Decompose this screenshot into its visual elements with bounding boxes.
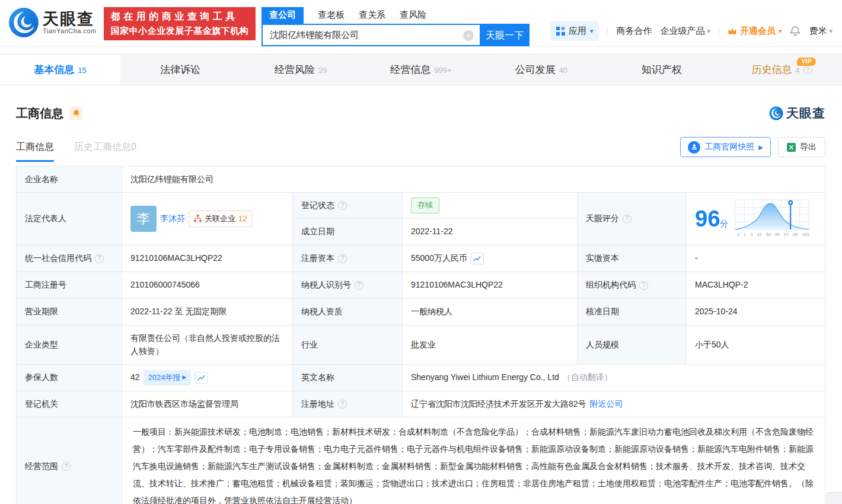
subscribe-bell-icon[interactable] [69, 107, 82, 120]
watermark-text: 天眼查 [786, 105, 825, 122]
excel-icon [787, 143, 796, 152]
table-row: 企业名称 沈阳亿纬锂能有限公司 [17, 167, 825, 193]
brand-name: 天眼查 [43, 11, 97, 27]
related-companies-badge[interactable]: 关联企业 12 [189, 210, 252, 227]
tab-label: 知识产权 [642, 63, 682, 76]
tianyan-score-cell[interactable]: 96分 [687, 193, 825, 245]
tab-operating-risk[interactable]: 经营风险 29 [241, 55, 361, 85]
business-scope-label: 经营范围 [25, 460, 58, 473]
help-icon[interactable]: ? [803, 65, 812, 74]
credit-code-value: 91210106MAC3LHQP22 [122, 245, 293, 272]
score-label: 天眼评分 [586, 212, 619, 225]
nav-apps[interactable]: 应用 ▾ [550, 21, 599, 41]
english-name-label: 英文名称 [293, 365, 403, 391]
table-row: 企业类型 有限责任公司（非自然人投资或控股的法人独资） 行业 批发业 人员规模 … [17, 326, 825, 365]
nav-enterprise-products[interactable]: 企业级产品 ▾ [660, 25, 710, 37]
tab-count: 29 [318, 66, 327, 75]
help-icon[interactable]: ? [355, 281, 363, 290]
taxpayer-quality-value: 一般纳税人 [403, 299, 578, 325]
establish-date-value: 2022-11-22 [403, 219, 578, 245]
search-tab-company[interactable]: 查公司 [261, 7, 304, 24]
username: 费米 [809, 25, 827, 37]
annual-report-label: 2024年报 [148, 372, 181, 384]
search-input[interactable] [261, 25, 480, 46]
company-name-label: 企业名称 [17, 167, 122, 192]
org-chart-icon [194, 215, 202, 222]
main-content: 工商信息 天眼查 工商信息 历史工商信息0 [0, 105, 842, 504]
reg-status-label: 登记状态 [301, 199, 334, 212]
org-code-label: 组织机构代码 [586, 279, 636, 292]
section-title: 工商信息 [16, 106, 63, 122]
company-name-value: 沈阳亿纬锂能有限公司 [122, 167, 825, 192]
tab-intellectual-property[interactable]: 知识产权 [601, 55, 722, 85]
tab-label: 经营风险 [275, 63, 315, 76]
nearby-companies-link[interactable]: 附近公司 [590, 398, 623, 411]
business-term-label: 营业期限 [17, 299, 122, 325]
snapshot-label: 工商官网快照 [704, 142, 754, 152]
staff-size-label: 人员规模 [578, 326, 687, 364]
nav-divider [719, 27, 719, 36]
official-snapshot-button[interactable]: 工商官网快照 ▶ [680, 137, 771, 157]
industry-label: 行业 [293, 326, 403, 364]
search-box: 查公司 查老板 查关系 查风险 ✕ 天眼一下 [261, 7, 530, 46]
export-button[interactable]: 导出 [778, 137, 825, 157]
table-row: 经营范围 ? 一般项目：新兴能源技术研发；电池制造；电池销售；新材料技术研发；合… [17, 417, 825, 504]
score-axis-ticks: 01 315 5085 9799 100 [738, 231, 809, 238]
legal-rep-name-link[interactable]: 李沐芬 [160, 212, 185, 225]
tab-history-info[interactable]: VIP 历史信息 4 ? [722, 55, 842, 85]
tab-label: 基本信息 [34, 63, 74, 76]
avatar[interactable]: 李 [130, 206, 157, 232]
company-type-label: 企业类型 [17, 326, 122, 364]
table-row: 法定代表人 李 李沐芬 关联企业 12 [17, 193, 825, 245]
reg-address-value: 辽宁省沈阳市沈阳经济技术开发区开发大路82号 [411, 398, 586, 411]
nav-cooperation[interactable]: 商务合作 [616, 25, 652, 37]
help-icon[interactable]: ? [338, 400, 347, 409]
capital-trend-chart-icon[interactable] [471, 253, 484, 264]
nav-vip-label: 开通会员 [740, 25, 776, 37]
taxpayer-id-label: 纳税人识别号 [301, 279, 351, 292]
help-icon[interactable]: ? [62, 462, 71, 471]
tab-label: 法律诉讼 [160, 63, 200, 76]
business-info-table: 企业名称 沈阳亿纬锂能有限公司 法定代表人 李 李沐芬 [16, 166, 825, 504]
tab-legal-proceedings[interactable]: 法律诉讼 [120, 55, 241, 85]
reg-authority-label: 登记机关 [17, 391, 122, 417]
nav-open-vip[interactable]: 开通会员 ▾ [728, 25, 782, 37]
notification-bell-icon[interactable] [790, 25, 800, 37]
tab-basic-info[interactable]: 基本信息 15 [0, 55, 120, 85]
subtab-business-info[interactable]: 工商信息 [16, 141, 54, 162]
back-to-top-button[interactable] [827, 492, 842, 504]
tab-label: 历史信息 [751, 63, 792, 76]
help-icon[interactable]: ? [95, 254, 104, 263]
watermark-logo: 天眼查 [769, 105, 825, 122]
related-companies-label: 关联企业 [205, 213, 235, 225]
tab-count: 4 [795, 66, 799, 75]
search-tab-risk[interactable]: 查风险 [400, 9, 426, 24]
reg-capital-value: 55000万人民币 [411, 252, 467, 265]
help-icon[interactable]: ? [639, 281, 648, 290]
annual-report-badge[interactable]: 2024年报 ▶ [143, 370, 192, 385]
tab-company-development[interactable]: 公司发展 40 [481, 55, 601, 85]
help-icon[interactable]: ? [338, 201, 347, 210]
nav-user-menu[interactable]: 费米 ▾ [809, 25, 833, 37]
help-icon[interactable]: ? [338, 254, 347, 263]
insured-trend-chart-icon[interactable] [194, 372, 208, 384]
export-label: 导出 [800, 142, 817, 152]
tianyancha-logo-icon [8, 7, 39, 38]
subtab-history-business-info[interactable]: 历史工商信息0 [74, 141, 136, 154]
search-button[interactable]: 天眼一下 [480, 25, 530, 46]
search-tab-boss[interactable]: 查老板 [318, 9, 345, 24]
tianyancha-company-page: 天眼查 TianYanCha.com 都在用的商业查询工具 国家中小企业发展子基… [0, 0, 842, 504]
tianyancha-logo[interactable]: 天眼查 TianYanCha.com [8, 7, 97, 38]
business-scope-cell: 一般项目：新兴能源技术研发；电池制造；电池销售；新材料技术研发；合成材料制造（不… [122, 417, 825, 504]
insured-cell: 42 2024年报 ▶ [122, 365, 293, 391]
business-scope-label-cell: 经营范围 ? [17, 417, 122, 504]
reg-authority-value: 沈阳市铁西区市场监督管理局 [122, 391, 293, 417]
reg-address-cell: 辽宁省沈阳市沈阳经济技术开发区开发大路82号 附近公司 [403, 391, 825, 417]
score-label-cell: 天眼评分 ? [578, 193, 687, 245]
reg-number-label: 工商注册号 [17, 272, 122, 298]
company-type-value: 有限责任公司（非自然人投资或控股的法人独资） [122, 326, 293, 364]
search-tab-relation[interactable]: 查关系 [359, 9, 385, 24]
tab-operating-info[interactable]: 经营信息 999+ [361, 55, 481, 85]
vip-badge: VIP [797, 58, 816, 66]
help-icon[interactable]: ? [623, 215, 632, 224]
